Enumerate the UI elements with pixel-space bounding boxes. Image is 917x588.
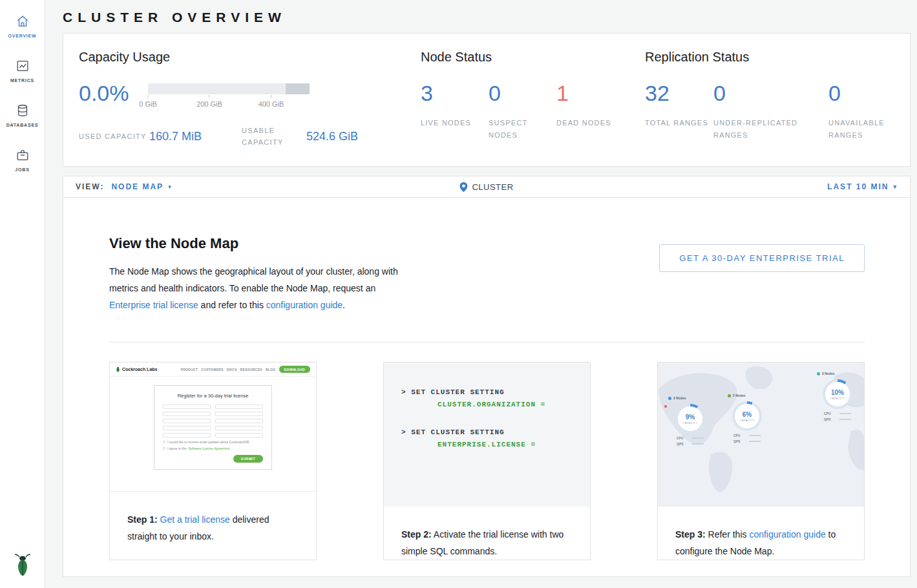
sidebar-item-label: DATABASES (6, 123, 39, 127)
briefcase-icon (16, 148, 30, 162)
chevron-down-icon: ▾ (168, 184, 171, 190)
nav-item: RESOURCES (240, 368, 262, 372)
axis-tick-label: 200 GiB (196, 100, 222, 108)
nav-item: CUSTOMERS (201, 368, 224, 372)
node-map-description: The Node Map shows the geographical layo… (109, 263, 410, 313)
cockroach-labs-brand: Cockroach Labs (116, 366, 157, 372)
usable-capacity-label: USABLE CAPACITY (242, 125, 306, 148)
sidebar: OVERVIEW METRICS DATABASES JOBS (0, 0, 45, 588)
gauge-percent: 9% (686, 414, 695, 421)
view-selector-dropdown[interactable]: NODE MAP ▾ (104, 182, 171, 191)
nav-item: PRODUCT (181, 368, 198, 372)
gauge-stat-label: CPU (677, 436, 684, 440)
step-1-caption: Step 1: Get a trial license delivered st… (110, 492, 316, 545)
node-group-badge: 3 Nodes (817, 372, 834, 375)
total-ranges-label: TOTAL RANGES (645, 117, 713, 129)
nav-item: DOCS (227, 368, 237, 372)
checkbox-label: I agree to the (167, 446, 186, 450)
cockroachdb-logo (14, 553, 31, 579)
configuration-guide-link[interactable]: configuration guide (266, 300, 343, 310)
time-range-value: LAST 10 MIN (827, 182, 889, 191)
step-3-caption: Step 3: Refer this configuration guide t… (658, 507, 864, 560)
step-3-card: 2 Nodes 2 Nodes 3 Nodes 9% CAPACITY CPU … (657, 362, 865, 560)
capacity-used-percent: 0.0% (79, 82, 148, 110)
sidebar-item-label: OVERVIEW (8, 34, 36, 38)
description-text: The Node Map shows the geographical layo… (109, 266, 398, 293)
license-checkbox-row: I agree to the Software License Agreemen… (163, 446, 263, 450)
gauge-label: CAPACITY (830, 397, 845, 400)
dead-nodes-label: DEAD NODES (556, 117, 624, 129)
live-nodes-stat: 3 LIVE NODES (421, 82, 489, 142)
alert-dot (664, 405, 667, 408)
dead-nodes-stat: 1 DEAD NODES (556, 82, 624, 142)
sql-setting-line: ENTERPRISE.LICENSE = (437, 441, 590, 448)
node-status-section: Node Status 3 LIVE NODES 0 SUSPECT NODES… (421, 50, 645, 166)
node-count-label: 2 Nodes (673, 396, 686, 400)
steps-row: Cockroach Labs PRODUCT CUSTOMERS DOCS RE… (109, 362, 865, 560)
axis-tick-label: 400 GiB (258, 100, 284, 108)
step-1-card: Cockroach Labs PRODUCT CUSTOMERS DOCS RE… (109, 362, 317, 560)
brand-name: Cockroach Labs (122, 367, 157, 372)
live-nodes-label: LIVE NODES (421, 117, 489, 129)
license-agreement-link-image: Software License Agreement (188, 446, 229, 450)
sql-commands-image: > SET CLUSTER SETTING CLUSTER.ORGANIZATI… (384, 362, 590, 507)
description-text: and refer to this (198, 300, 266, 310)
node-count-label: 3 Nodes (822, 372, 834, 375)
used-capacity-label: USED CAPACITY (79, 131, 149, 142)
step-label: Step 2: (401, 529, 432, 540)
gauge-label: CAPACITY (740, 419, 755, 422)
sidebar-item-jobs[interactable]: JOBS (0, 137, 45, 182)
axis-tick: 0 GiB (139, 95, 157, 108)
cluster-summary-panel: Capacity Usage 0.0% 0 GiB 200 GiB 400 Gi… (63, 33, 911, 167)
capacity-bar-segment (286, 83, 310, 94)
cluster-breadcrumb[interactable]: CLUSTER (459, 182, 513, 192)
used-capacity-value: 160.7 MiB (149, 130, 242, 143)
capacity-gauge: 10% CAPACITY CPU QPS (819, 379, 856, 421)
sql-command-line: > SET CLUSTER SETTING (401, 428, 590, 436)
node-map-preview-image: 2 Nodes 2 Nodes 3 Nodes 9% CAPACITY CPU … (658, 362, 864, 507)
configuration-guide-link[interactable]: configuration guide (749, 529, 825, 540)
node-map-title: View the Node Map (109, 235, 410, 252)
capacity-details: USED CAPACITY 160.7 MiB USABLE CAPACITY … (79, 125, 421, 148)
unavailable-ranges-stat: 0 UNAVAILABLE RANGES (828, 82, 896, 142)
sidebar-item-label: JOBS (15, 167, 29, 172)
dead-nodes-value: 1 (556, 82, 624, 104)
registration-form-image: Register for a 30-day trial license I wo… (154, 385, 272, 470)
suspect-nodes-value: 0 (489, 82, 556, 104)
step-2-caption: Step 2: Activate the trial license with … (384, 507, 590, 560)
suspect-nodes-stat: 0 SUSPECT NODES (489, 82, 556, 142)
get-trial-license-link[interactable]: Get a trial license (160, 514, 230, 525)
trial-license-site-screenshot: Cockroach Labs PRODUCT CUSTOMERS DOCS RE… (110, 362, 316, 492)
unavailable-ranges-label: UNAVAILABLE RANGES (828, 117, 896, 142)
chevron-down-icon: ▾ (893, 184, 898, 190)
capacity-usage-title: Capacity Usage (79, 50, 421, 65)
sidebar-item-metrics[interactable]: METRICS (0, 48, 45, 92)
node-group-badge: 2 Nodes (728, 394, 745, 397)
cockroach-bug-icon (116, 366, 120, 372)
capacity-usage-section: Capacity Usage 0.0% 0 GiB 200 GiB 400 Gi… (79, 50, 421, 166)
mini-site-header: Cockroach Labs PRODUCT CUSTOMERS DOCS RE… (110, 362, 316, 377)
unavailable-ranges-value: 0 (828, 82, 896, 104)
time-range-dropdown[interactable]: LAST 10 MIN ▾ (827, 182, 898, 191)
metrics-chart-icon (16, 59, 30, 73)
capacity-gauge: 6% CAPACITY CPU QPS (729, 401, 765, 443)
registration-form-title: Register for a 30-day trial license (163, 393, 263, 399)
mini-site-nav: PRODUCT CUSTOMERS DOCS RESOURCES BLOG (181, 368, 276, 372)
node-map-panel: View the Node Map The Node Map shows the… (63, 198, 911, 577)
gauge-stat-label: CPU (824, 412, 831, 415)
home-icon (16, 14, 30, 28)
usable-capacity-value: 524.6 GiB (306, 130, 358, 143)
sql-setting-line: CLUSTER.ORGANIZATION = (437, 401, 590, 408)
location-pin-icon (459, 182, 467, 192)
capacity-axis: 0 GiB 200 GiB 400 GiB (148, 95, 310, 110)
enterprise-trial-button[interactable]: GET A 30-DAY ENTERPRISE TRIAL (659, 244, 865, 272)
enterprise-trial-license-link[interactable]: Enterprise trial license (109, 300, 198, 310)
replication-status-section: Replication Status 32 TOTAL RANGES 0 UND… (645, 50, 910, 166)
axis-tick: 400 GiB (258, 95, 284, 108)
sidebar-item-overview[interactable]: OVERVIEW (0, 3, 45, 48)
gauge-stat-label: QPS (733, 439, 741, 443)
download-button-image: DOWNLOAD (279, 366, 310, 373)
gauge-stat-label: CPU (733, 434, 741, 437)
axis-tick-label: 0 GiB (139, 100, 157, 108)
sidebar-item-databases[interactable]: DATABASES (0, 92, 45, 137)
